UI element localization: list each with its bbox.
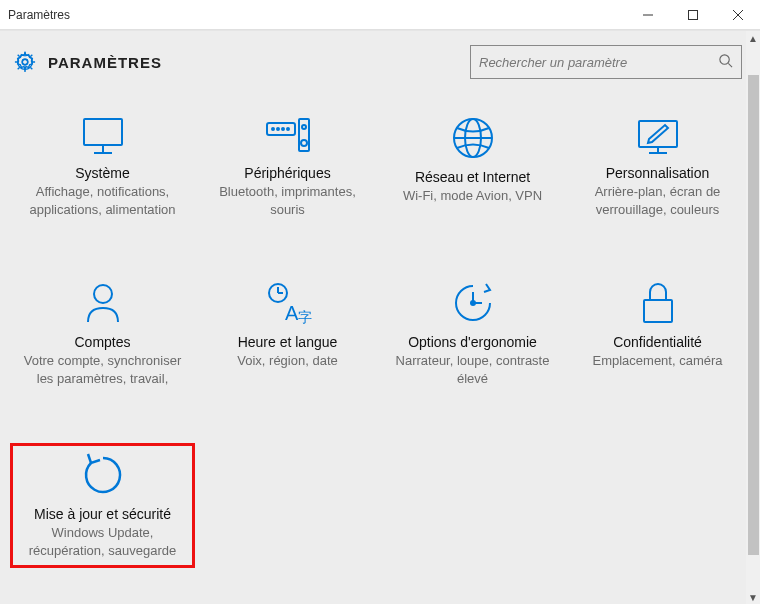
tile-title: Comptes xyxy=(74,334,130,350)
gear-icon xyxy=(14,51,36,73)
tile-subtitle: Votre compte, synchroniser les paramètre… xyxy=(18,352,187,387)
svg-point-16 xyxy=(287,128,289,130)
maximize-button[interactable] xyxy=(670,0,715,29)
svg-text:字: 字 xyxy=(298,309,312,325)
svg-rect-23 xyxy=(639,121,677,147)
search-input[interactable] xyxy=(479,55,718,70)
svg-point-7 xyxy=(720,54,729,63)
tile-title: Système xyxy=(75,165,129,181)
titlebar: Paramètres xyxy=(0,0,760,30)
header-row: PARAMÈTRES xyxy=(0,31,760,89)
svg-text:A: A xyxy=(285,302,299,324)
tile-title: Options d'ergonomie xyxy=(408,334,537,350)
tile-subtitle: Arrière-plan, écran de verrouillage, cou… xyxy=(573,183,742,218)
tile-subtitle: Windows Update, récupération, sauvegarde xyxy=(21,524,184,559)
svg-point-14 xyxy=(277,128,279,130)
tile-personalization[interactable]: Personnalisation Arrière-plan, écran de … xyxy=(565,109,750,224)
tile-subtitle: Narrateur, loupe, contraste élevé xyxy=(388,352,557,387)
svg-point-5 xyxy=(18,55,33,70)
tile-title: Personnalisation xyxy=(606,165,710,181)
tile-network[interactable]: Réseau et Internet Wi-Fi, mode Avion, VP… xyxy=(380,109,565,224)
tile-privacy[interactable]: Confidentialité Emplacement, caméra xyxy=(565,274,750,393)
svg-point-6 xyxy=(22,59,28,65)
svg-line-8 xyxy=(728,63,732,67)
svg-rect-9 xyxy=(84,119,122,145)
tile-subtitle: Bluetooth, imprimantes, souris xyxy=(203,183,372,218)
tile-title: Réseau et Internet xyxy=(415,169,530,185)
tile-title: Périphériques xyxy=(244,165,330,181)
scrollbar-thumb[interactable] xyxy=(748,75,759,555)
svg-rect-35 xyxy=(644,300,672,322)
tile-subtitle: Affichage, notifications, applications, … xyxy=(18,183,187,218)
tile-devices[interactable]: Périphériques Bluetooth, imprimantes, so… xyxy=(195,109,380,224)
svg-rect-1 xyxy=(688,10,697,19)
content-area: PARAMÈTRES Système Affichage, notificati… xyxy=(0,30,760,604)
svg-point-15 xyxy=(282,128,284,130)
svg-point-19 xyxy=(301,140,307,146)
svg-point-13 xyxy=(272,128,274,130)
tile-system[interactable]: Système Affichage, notifications, applic… xyxy=(10,109,195,224)
close-button[interactable] xyxy=(715,0,760,29)
tile-update-security[interactable]: Mise à jour et sécurité Windows Update, … xyxy=(10,443,195,568)
search-icon xyxy=(718,53,733,72)
scrollbar[interactable]: ▲ ▼ xyxy=(746,31,760,604)
window-controls xyxy=(625,0,760,29)
tile-accounts[interactable]: Comptes Votre compte, synchroniser les p… xyxy=(10,274,195,393)
scroll-up-icon[interactable]: ▲ xyxy=(746,31,760,45)
scroll-down-icon[interactable]: ▼ xyxy=(746,590,760,604)
search-box[interactable] xyxy=(470,45,742,79)
tile-subtitle: Voix, région, date xyxy=(237,352,337,370)
window-title: Paramètres xyxy=(8,8,625,22)
tile-title: Heure et langue xyxy=(238,334,338,350)
svg-point-26 xyxy=(94,285,112,303)
svg-point-18 xyxy=(302,125,306,129)
page-title: PARAMÈTRES xyxy=(48,54,470,71)
tile-subtitle: Wi-Fi, mode Avion, VPN xyxy=(403,187,542,205)
tile-time-language[interactable]: A 字 Heure et langue Voix, région, date xyxy=(195,274,380,393)
tile-title: Confidentialité xyxy=(613,334,702,350)
minimize-button[interactable] xyxy=(625,0,670,29)
tile-subtitle: Emplacement, caméra xyxy=(592,352,722,370)
settings-grid: Système Affichage, notifications, applic… xyxy=(0,89,760,578)
tile-ease-of-access[interactable]: Options d'ergonomie Narrateur, loupe, co… xyxy=(380,274,565,393)
tile-title: Mise à jour et sécurité xyxy=(34,506,171,522)
